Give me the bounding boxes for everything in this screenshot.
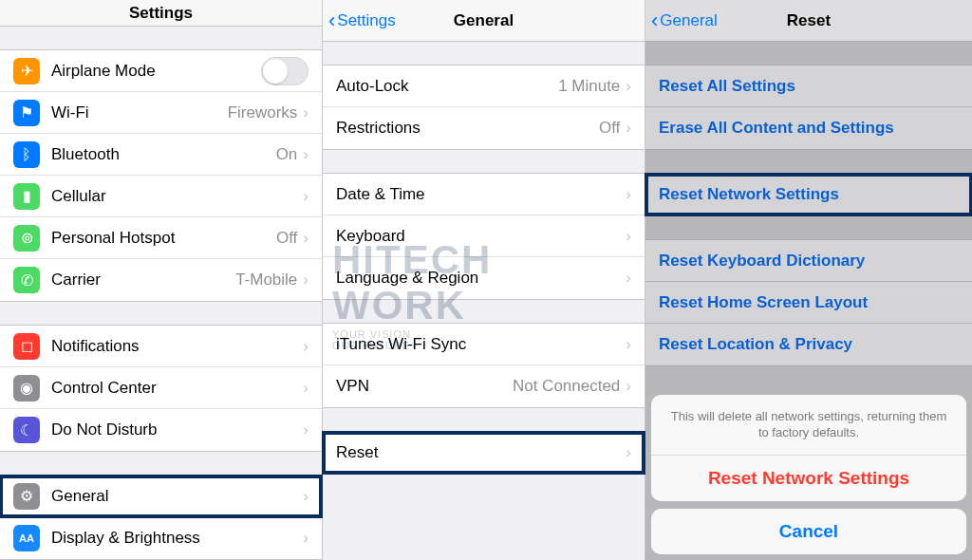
- settings-row[interactable]: Reset Network Settings: [645, 174, 972, 215]
- row-label: Reset All Settings: [659, 77, 959, 96]
- chevron-right-icon: ›: [303, 420, 308, 439]
- settings-group: ✈Airplane Mode⚑Wi-FiFireworks›ᛒBluetooth…: [0, 49, 322, 302]
- reset-panel: ‹ General Reset Reset All SettingsErase …: [645, 0, 972, 560]
- settings-group: Reset Keyboard DictionaryReset Home Scre…: [645, 239, 972, 366]
- settings-row[interactable]: Language & Region›: [323, 257, 645, 299]
- row-label: Reset Keyboard Dictionary: [659, 252, 959, 271]
- wifi-icon: ⚑: [13, 100, 40, 126]
- settings-row[interactable]: ⊚Personal HotspotOff›: [0, 217, 322, 259]
- settings-row[interactable]: Keyboard›: [323, 215, 645, 257]
- chevron-right-icon: ›: [303, 187, 308, 206]
- row-label: Reset Home Screen Layout: [659, 293, 959, 312]
- row-label: Display & Brightness: [51, 529, 303, 548]
- settings-row[interactable]: Reset Location & Privacy: [645, 324, 972, 365]
- chevron-right-icon: ›: [303, 229, 308, 248]
- row-label: Notifications: [51, 337, 303, 356]
- settings-row[interactable]: ✆CarrierT-Mobile›: [0, 259, 322, 301]
- settings-row[interactable]: ✈Airplane Mode: [0, 50, 322, 92]
- settings-row[interactable]: Reset›: [323, 432, 645, 474]
- action-sheet: This will delete all network settings, r…: [651, 395, 966, 554]
- toggle-switch[interactable]: [261, 57, 308, 85]
- back-label: General: [660, 11, 717, 30]
- back-button[interactable]: ‹ Settings: [328, 10, 396, 31]
- chevron-right-icon: ›: [626, 269, 631, 288]
- row-label: Do Not Disturb: [51, 420, 303, 439]
- row-value: 1 Minute: [558, 77, 620, 96]
- row-value: Off: [276, 229, 297, 248]
- settings-row[interactable]: ᛒBluetoothOn›: [0, 134, 322, 176]
- chevron-right-icon: ›: [303, 271, 308, 289]
- settings-root-panel: Settings ✈Airplane Mode⚑Wi-FiFireworks›ᛒ…: [0, 0, 323, 560]
- row-label: Restrictions: [336, 119, 599, 138]
- chevron-right-icon: ›: [626, 185, 631, 204]
- back-label: Settings: [337, 11, 395, 30]
- chevron-right-icon: ›: [626, 335, 631, 354]
- chevron-right-icon: ›: [626, 443, 631, 462]
- settings-row[interactable]: ◻Notifications›: [0, 326, 322, 367]
- row-label: Reset Network Settings: [659, 185, 959, 204]
- settings-row[interactable]: ☾Do Not Disturb›: [0, 409, 322, 451]
- row-value: Not Connected: [513, 377, 620, 396]
- page-title: Settings: [129, 4, 193, 23]
- settings-row[interactable]: ⚙General›: [0, 476, 322, 517]
- display-icon: AA: [13, 525, 40, 551]
- nav-header: Settings: [0, 0, 322, 27]
- chevron-right-icon: ›: [303, 337, 308, 356]
- settings-row[interactable]: iTunes Wi-Fi Sync›: [323, 324, 645, 365]
- settings-row[interactable]: ▮Cellular›: [0, 176, 322, 217]
- settings-group: Date & Time›Keyboard›Language & Region›: [323, 173, 645, 300]
- row-value: Off: [599, 119, 620, 138]
- row-label: Erase All Content and Settings: [659, 119, 959, 138]
- chevron-right-icon: ›: [303, 379, 308, 398]
- settings-row[interactable]: Erase All Content and Settings: [645, 107, 972, 149]
- row-label: Cellular: [51, 187, 303, 206]
- back-button[interactable]: ‹ General: [651, 10, 718, 31]
- action-sheet-block: This will delete all network settings, r…: [651, 395, 966, 501]
- chevron-right-icon: ›: [626, 227, 631, 246]
- carrier-icon: ✆: [13, 267, 40, 293]
- chevron-right-icon: ›: [303, 145, 308, 164]
- general-icon: ⚙: [13, 483, 40, 510]
- row-label: Auto-Lock: [336, 77, 558, 96]
- chevron-right-icon: ›: [303, 487, 308, 506]
- chevron-right-icon: ›: [303, 529, 308, 548]
- chevron-right-icon: ›: [303, 103, 308, 122]
- settings-row[interactable]: RestrictionsOff›: [323, 107, 645, 149]
- action-sheet-cancel[interactable]: Cancel: [651, 509, 966, 554]
- row-label: General: [51, 487, 303, 506]
- row-label: Reset: [336, 443, 626, 462]
- settings-row[interactable]: Reset Home Screen Layout: [645, 282, 972, 324]
- row-label: iTunes Wi-Fi Sync: [336, 335, 626, 354]
- settings-row[interactable]: VPNNot Connected›: [323, 365, 645, 407]
- settings-group: Reset›: [323, 431, 645, 475]
- nav-header: ‹ Settings General: [323, 0, 645, 42]
- settings-group: Reset Network Settings: [645, 173, 972, 216]
- action-sheet-message: This will delete all network settings, r…: [651, 395, 966, 456]
- chevron-left-icon: ‹: [651, 10, 658, 31]
- row-label: Date & Time: [336, 185, 626, 204]
- row-label: Personal Hotspot: [51, 229, 276, 248]
- action-sheet-destructive[interactable]: Reset Network Settings: [651, 456, 966, 501]
- hotspot-icon: ⊚: [13, 225, 40, 252]
- row-label: Keyboard: [336, 227, 626, 246]
- chevron-left-icon: ‹: [328, 10, 335, 31]
- row-label: Bluetooth: [51, 145, 276, 164]
- settings-row[interactable]: Date & Time›: [323, 174, 645, 215]
- settings-row[interactable]: ⚑Wi-FiFireworks›: [0, 92, 322, 134]
- row-value: T-Mobile: [235, 271, 297, 289]
- row-label: Language & Region: [336, 269, 626, 288]
- page-title: Reset: [787, 11, 831, 30]
- row-value: Fireworks: [228, 103, 298, 122]
- settings-row[interactable]: ◉Control Center›: [0, 367, 322, 409]
- settings-row[interactable]: Reset All Settings: [645, 65, 972, 107]
- page-title: General: [454, 11, 514, 30]
- settings-row[interactable]: Auto-Lock1 Minute›: [323, 65, 645, 107]
- chevron-right-icon: ›: [626, 119, 631, 138]
- chevron-right-icon: ›: [626, 77, 631, 96]
- settings-row[interactable]: AADisplay & Brightness›: [0, 517, 322, 559]
- settings-group: Auto-Lock1 Minute›RestrictionsOff›: [323, 65, 645, 150]
- row-label: Airplane Mode: [51, 62, 261, 81]
- row-label: Wi-Fi: [51, 103, 228, 122]
- settings-row[interactable]: Reset Keyboard Dictionary: [645, 240, 972, 282]
- row-label: Control Center: [51, 379, 303, 398]
